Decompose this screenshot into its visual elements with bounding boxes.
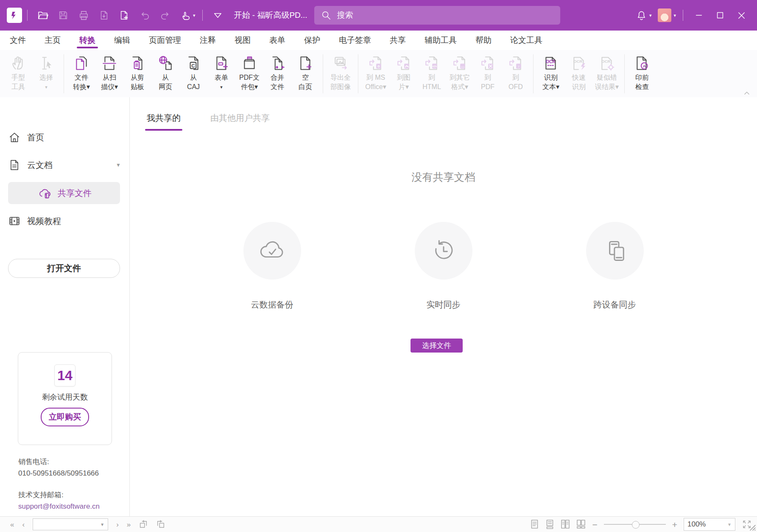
menu-tab-comment[interactable]: 注释 (190, 31, 225, 50)
zoom-in-icon[interactable]: + (672, 520, 677, 529)
previous-page-icon[interactable]: ‹ (22, 521, 25, 528)
ribbon-item-to-ms-office[interactable]: o 到 MS Office▾ (362, 53, 390, 92)
ocr-suspect-results-icon: OCR (599, 53, 615, 73)
ribbon-item-pdf-portfolio[interactable]: PDF文 件包▾ (235, 53, 263, 92)
window-resize-grip[interactable] (749, 524, 756, 531)
continuous-view-icon[interactable] (545, 519, 554, 529)
menu-tab-file[interactable]: 文件 (0, 31, 35, 50)
zoom-out-icon[interactable]: − (592, 520, 597, 529)
last-page-icon[interactable]: » (127, 521, 131, 528)
save-icon[interactable] (57, 9, 70, 22)
trial-card: 14 剩余试用天数 立即购买 (18, 352, 112, 445)
minimize-button[interactable] (688, 6, 710, 25)
ribbon-item-from-caj[interactable]: C 从 CAJ (179, 53, 207, 92)
open-file-button[interactable]: 打开文件 (8, 259, 120, 278)
print-icon[interactable] (77, 9, 90, 22)
ribbon-item-from-scanner[interactable]: 从扫 描仪▾ (95, 53, 123, 92)
ribbon-item-ocr-suspect-results[interactable]: OCR 疑似错 误结果▾ (593, 53, 621, 92)
facing-continuous-view-icon[interactable] (576, 519, 586, 529)
ribbon-item-preflight[interactable]: A 印前 检查 (628, 53, 656, 92)
ribbon-item-ocr-quick[interactable]: OCR 快速 识别 (565, 53, 593, 92)
next-view-icon[interactable] (156, 520, 165, 529)
single-page-view-icon[interactable] (530, 519, 539, 529)
close-button[interactable] (731, 6, 752, 25)
notifications-dropdown-icon[interactable]: ▾ (649, 13, 652, 18)
ribbon-item-hand-tool[interactable]: 手型 工具 (4, 53, 32, 92)
ribbon-item-to-other-format[interactable]: … 到其它 格式▾ (446, 53, 474, 92)
zoom-slider-handle[interactable] (632, 521, 640, 529)
file-convert-icon (73, 53, 89, 73)
menu-tab-esign[interactable]: 电子签章 (330, 31, 380, 50)
next-page-icon[interactable]: › (116, 521, 119, 528)
ribbon-collapse-icon[interactable] (743, 90, 750, 97)
trial-days-label: 剩余试用天数 (18, 392, 112, 402)
ribbon-item-to-image[interactable]: 到图 片▾ (390, 53, 418, 92)
ribbon-item-form[interactable]: 表单 ▾ (207, 53, 235, 92)
ribbon-item-select-tool[interactable]: 选择 ▾ (32, 53, 60, 92)
to-other-format-icon: … (452, 53, 468, 73)
user-avatar[interactable] (657, 9, 672, 22)
sidebar-item-home[interactable]: 首页 (8, 126, 121, 148)
menu-tab-share[interactable]: 共享 (380, 31, 415, 50)
menu-tab-home[interactable]: 主页 (35, 31, 70, 50)
hand-pointer-icon[interactable] (179, 9, 192, 22)
redo-icon[interactable] (159, 9, 171, 22)
select-file-button[interactable]: 选择文件 (411, 339, 463, 353)
ribbon-item-to-pdf[interactable]: 到 PDF (474, 53, 502, 92)
maximize-button[interactable] (710, 6, 731, 25)
notifications-bell-icon[interactable] (635, 9, 648, 22)
facing-view-icon[interactable] (561, 519, 570, 529)
app-logo[interactable] (7, 8, 22, 23)
ribbon-group-separator (624, 54, 625, 93)
zoom-level-combobox[interactable]: 100% ▼ (684, 518, 735, 531)
sidebar-item-video-tutorials[interactable]: 视频教程 (8, 210, 121, 232)
titlebar-separator (202, 10, 203, 21)
ribbon-item-export-all-images[interactable]: 导出全 部图像 (327, 53, 355, 92)
ribbon-group-separator (64, 54, 64, 93)
to-ofd-icon: ♪ (508, 53, 524, 73)
menu-tab-help[interactable]: 帮助 (466, 31, 501, 50)
menu-tab-convert[interactable]: 转换 (70, 31, 105, 50)
svg-text:OCR: OCR (546, 59, 556, 64)
zoom-slider[interactable] (604, 524, 666, 525)
ribbon-mode-icon[interactable] (212, 9, 224, 22)
menu-tab-assist-tools[interactable]: 辅助工具 (415, 31, 466, 50)
export-all-images-icon (332, 53, 349, 73)
ribbon-item-combine-files[interactable]: 合并 文件 (263, 53, 291, 92)
ribbon-item-from-clipboard[interactable]: 从剪 贴板 (123, 53, 151, 92)
search-input[interactable] (336, 10, 553, 20)
menu-tab-edit[interactable]: 编辑 (105, 31, 140, 50)
menu-tab-view[interactable]: 视图 (225, 31, 260, 50)
tab-shared-by-me[interactable]: 我共享的 (147, 112, 181, 131)
tab-shared-by-others[interactable]: 由其他用户共享 (210, 112, 270, 131)
search-box[interactable] (314, 6, 560, 25)
previous-view-icon[interactable] (139, 520, 148, 529)
menu-tab-form[interactable]: 表单 (260, 31, 295, 50)
menu-tab-page-organize[interactable]: 页面管理 (140, 31, 190, 50)
ribbon-item-blank-page[interactable]: 空 白页 (291, 53, 319, 92)
sidebar-item-label: 云文档 (27, 160, 53, 171)
sidebar-item-cloud-docs[interactable]: 云文档 ▼ (8, 154, 121, 176)
open-file-icon[interactable] (36, 9, 49, 22)
shared-files-icon (38, 187, 51, 199)
account-dropdown-icon[interactable]: ▾ (673, 13, 676, 18)
sidebar-item-shared-files[interactable]: 共享文件 (8, 182, 120, 204)
first-page-icon[interactable]: « (10, 521, 14, 528)
menu-tab-thesis-tools[interactable]: 论文工具 (501, 31, 552, 50)
chevron-down-icon[interactable]: ▼ (116, 162, 121, 168)
undo-icon[interactable] (138, 9, 151, 22)
buy-now-button[interactable]: 立即购买 (41, 408, 89, 426)
ribbon-item-from-web[interactable]: 从 网页 (151, 53, 179, 92)
ribbon-item-file-convert[interactable]: 文件 转换▾ (67, 53, 95, 92)
ribbon-item-to-ofd[interactable]: ♪ 到 OFD (502, 53, 530, 92)
new-page-icon[interactable] (118, 9, 131, 22)
ribbon-item-to-html[interactable]: </> 到 HTML (418, 53, 446, 92)
hand-pointer-dropdown-icon[interactable]: ▾ (193, 13, 196, 18)
support-email-link[interactable]: support@foxitsoftware.cn (18, 501, 100, 512)
statusbar-left: « ‹ ▼ › » (10, 518, 165, 530)
ribbon-item-ocr-recognize-text[interactable]: OCR 识别 文本▾ (537, 53, 565, 92)
export-page-icon[interactable] (98, 9, 110, 22)
page-number-combobox[interactable]: ▼ (33, 518, 108, 530)
menu-tab-protect[interactable]: 保护 (295, 31, 330, 50)
cloud-doc-icon (8, 159, 20, 171)
